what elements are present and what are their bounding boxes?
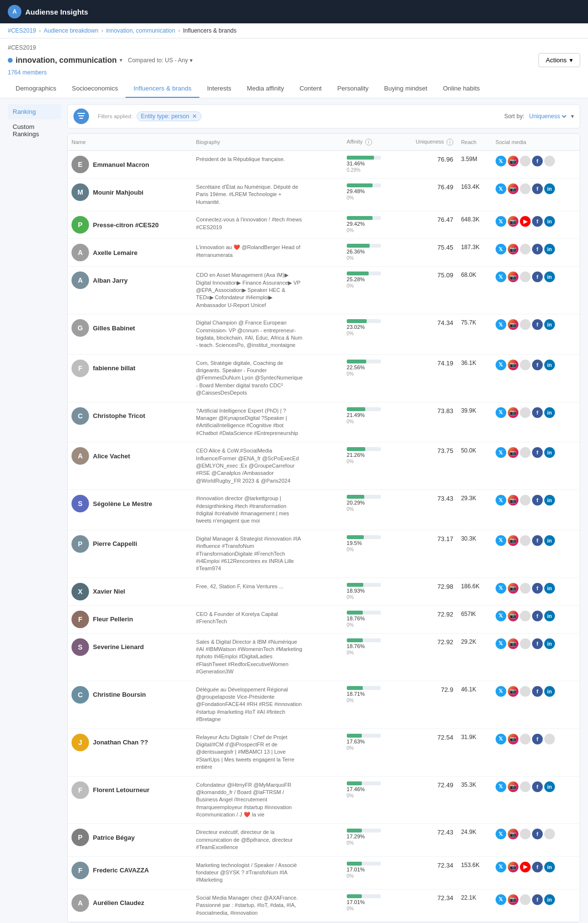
instagram-icon[interactable]: 📷 xyxy=(508,407,518,418)
person-name[interactable]: Jonathan Chan ?? xyxy=(93,739,148,746)
linkedin-icon[interactable]: in xyxy=(544,216,555,227)
instagram-icon[interactable]: 📷 xyxy=(508,156,518,166)
linkedin-icon[interactable]: in xyxy=(544,319,555,330)
instagram-icon[interactable]: 📷 xyxy=(508,535,518,546)
twitter-icon[interactable]: 𝕏 xyxy=(496,244,506,254)
affinity-info-icon[interactable]: i xyxy=(365,139,372,145)
youtube-icon[interactable]: ▶ xyxy=(520,216,531,227)
person-name[interactable]: Christophe Tricot xyxy=(93,412,145,419)
tab-buying-mindset[interactable]: Buying mindset xyxy=(376,80,435,98)
facebook-icon[interactable]: f xyxy=(532,216,543,227)
compared-to[interactable]: Compared to: US - Any ▾ xyxy=(128,57,193,64)
sidebar-item-custom-rankings[interactable]: Custom Rankings xyxy=(8,119,61,142)
person-name[interactable]: Severine Lienard xyxy=(93,643,144,651)
tab-media-affinity[interactable]: Media affinity xyxy=(239,80,292,98)
linkedin-icon[interactable]: in xyxy=(544,407,555,418)
facebook-icon[interactable]: f xyxy=(532,407,543,418)
twitter-icon[interactable]: 𝕏 xyxy=(496,319,506,330)
linkedin-icon[interactable]: in xyxy=(544,781,555,792)
sort-by-select[interactable]: Uniqueness Affinity Reach xyxy=(527,112,568,120)
twitter-icon[interactable]: 𝕏 xyxy=(496,271,506,282)
filter-tag-entity-type[interactable]: Entity type: person ✕ xyxy=(137,111,201,121)
person-name[interactable]: Mounir Mahjoubi xyxy=(93,189,143,196)
instagram-icon[interactable]: 📷 xyxy=(508,183,518,194)
twitter-icon[interactable]: 𝕏 xyxy=(496,216,506,227)
linkedin-icon[interactable]: in xyxy=(544,583,555,594)
person-name[interactable]: Frederic CAVAZZA xyxy=(93,867,149,874)
facebook-icon[interactable]: f xyxy=(532,583,543,594)
facebook-icon[interactable]: f xyxy=(532,638,543,649)
person-name[interactable]: Aurélien Claudez xyxy=(93,899,144,906)
facebook-icon[interactable]: f xyxy=(532,495,543,506)
instagram-icon[interactable]: 📷 xyxy=(508,216,518,227)
person-name[interactable]: Xavier Niel xyxy=(93,588,125,595)
linkedin-icon[interactable]: in xyxy=(544,271,555,282)
tab-content[interactable]: Content xyxy=(292,80,330,98)
twitter-icon[interactable]: 𝕏 xyxy=(496,447,506,458)
person-name[interactable]: fabienne billat xyxy=(93,364,135,372)
instagram-icon[interactable]: 📷 xyxy=(508,360,518,370)
tab-online-habits[interactable]: Online habits xyxy=(435,80,488,98)
linkedin-icon[interactable]: in xyxy=(544,360,555,370)
linkedin-icon[interactable]: in xyxy=(544,535,555,546)
twitter-icon[interactable]: 𝕏 xyxy=(496,781,506,792)
facebook-icon[interactable]: f xyxy=(532,244,543,254)
facebook-icon[interactable]: f xyxy=(532,862,543,872)
facebook-icon[interactable]: f xyxy=(532,829,543,839)
twitter-icon[interactable]: 𝕏 xyxy=(496,535,506,546)
instagram-icon[interactable]: 📷 xyxy=(508,244,518,254)
facebook-icon[interactable]: f xyxy=(532,894,543,905)
person-name[interactable]: Fleur Pellerin xyxy=(93,615,133,623)
facebook-icon[interactable]: f xyxy=(532,686,543,697)
linkedin-icon[interactable]: in xyxy=(544,862,555,872)
breadcrumb-link-3[interactable]: innovation, communication xyxy=(106,27,175,34)
facebook-icon[interactable]: f xyxy=(532,781,543,792)
linkedin-icon[interactable]: in xyxy=(544,244,555,254)
twitter-icon[interactable]: 𝕏 xyxy=(496,407,506,418)
instagram-icon[interactable]: 📷 xyxy=(508,686,518,697)
tab-interests[interactable]: Interests xyxy=(199,80,239,98)
facebook-icon[interactable]: f xyxy=(532,611,543,621)
linkedin-icon[interactable]: in xyxy=(544,495,555,506)
twitter-icon[interactable]: 𝕏 xyxy=(496,894,506,905)
instagram-icon[interactable]: 📷 xyxy=(508,862,518,872)
linkedin-icon[interactable]: in xyxy=(544,638,555,649)
person-name[interactable]: Patrice Bégay xyxy=(93,834,135,841)
filter-icon[interactable] xyxy=(73,109,89,124)
instagram-icon[interactable]: 📷 xyxy=(508,319,518,330)
person-name[interactable]: Christine Boursin xyxy=(93,691,146,698)
twitter-icon[interactable]: 𝕏 xyxy=(496,638,506,649)
linkedin-icon[interactable]: in xyxy=(544,183,555,194)
tab-demographics[interactable]: Demographics xyxy=(8,80,64,98)
tab-socioeconomics[interactable]: Socioeconomics xyxy=(64,80,126,98)
person-name[interactable]: Alice Vachet xyxy=(93,452,130,460)
twitter-icon[interactable]: 𝕏 xyxy=(496,495,506,506)
person-name[interactable]: Pierre Cappelli xyxy=(93,540,137,547)
instagram-icon[interactable]: 📷 xyxy=(508,829,518,839)
person-name[interactable]: Alban Jarry xyxy=(93,277,128,284)
instagram-icon[interactable]: 📷 xyxy=(508,611,518,621)
instagram-icon[interactable]: 📷 xyxy=(508,638,518,649)
facebook-icon[interactable]: f xyxy=(532,734,543,744)
twitter-icon[interactable]: 𝕏 xyxy=(496,686,506,697)
twitter-icon[interactable]: 𝕏 xyxy=(496,862,506,872)
twitter-icon[interactable]: 𝕏 xyxy=(496,183,506,194)
linkedin-icon[interactable]: in xyxy=(544,611,555,621)
filter-tag-remove-icon[interactable]: ✕ xyxy=(192,113,197,120)
twitter-icon[interactable]: 𝕏 xyxy=(496,156,506,166)
person-name[interactable]: Presse-citron #CES20 xyxy=(93,221,159,229)
person-name[interactable]: Florent Letourneur xyxy=(93,786,149,794)
instagram-icon[interactable]: 📷 xyxy=(508,495,518,506)
person-name[interactable]: Emmanuel Macron xyxy=(93,161,149,168)
tab-personality[interactable]: Personality xyxy=(329,80,376,98)
youtube-icon[interactable]: ▶ xyxy=(520,862,531,872)
uniqueness-info-icon[interactable]: i xyxy=(446,139,453,145)
person-name[interactable]: Gilles Babinet xyxy=(93,325,135,332)
facebook-icon[interactable]: f xyxy=(532,156,543,166)
facebook-icon[interactable]: f xyxy=(532,535,543,546)
instagram-icon[interactable]: 📷 xyxy=(508,894,518,905)
facebook-icon[interactable]: f xyxy=(532,319,543,330)
linkedin-icon[interactable]: in xyxy=(544,447,555,458)
linkedin-icon[interactable]: in xyxy=(544,894,555,905)
tab-influencers-brands[interactable]: Influencers & brands xyxy=(125,80,199,98)
